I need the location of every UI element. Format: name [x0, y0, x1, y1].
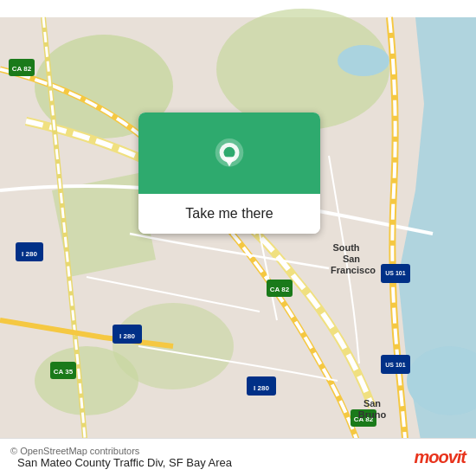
svg-point-34	[223, 147, 235, 158]
svg-text:CA 35: CA 35	[54, 368, 74, 376]
svg-text:CA 82: CA 82	[12, 65, 32, 73]
action-card-header	[138, 113, 320, 194]
take-me-there-button[interactable]: Take me there	[138, 194, 320, 234]
svg-text:CA 82: CA 82	[270, 286, 290, 293]
svg-text:San: San	[363, 398, 381, 408]
svg-text:I 280: I 280	[119, 332, 135, 340]
moovit-logo: moovit	[414, 447, 466, 467]
action-card: Take me there	[138, 113, 320, 234]
svg-text:Bruno: Bruno	[358, 409, 387, 420]
svg-text:I 280: I 280	[254, 384, 269, 392]
bottom-bar: © OpenStreetMap contributors San Mateo C…	[0, 438, 476, 476]
svg-text:US 101: US 101	[385, 270, 405, 276]
location-pin-icon	[210, 138, 248, 177]
svg-text:San: San	[343, 254, 360, 264]
map-container: I 280 I 280 I 280 CA 82 CA 82 CA 82 US 1…	[0, 0, 476, 476]
svg-text:Francisco: Francisco	[331, 265, 376, 275]
map-background: I 280 I 280 I 280 CA 82 CA 82 CA 82 US 1…	[0, 0, 476, 476]
svg-text:South: South	[332, 242, 359, 253]
copyright-text: © OpenStreetMap contributors	[10, 446, 414, 456]
svg-point-5	[35, 346, 138, 415]
moovit-logo-text: moovit	[414, 447, 466, 467]
location-name: San Mateo County Traffic Div, SF Bay Are…	[17, 456, 414, 469]
svg-text:I 280: I 280	[22, 250, 37, 258]
svg-point-8	[338, 45, 389, 76]
svg-text:US 101: US 101	[385, 362, 405, 368]
